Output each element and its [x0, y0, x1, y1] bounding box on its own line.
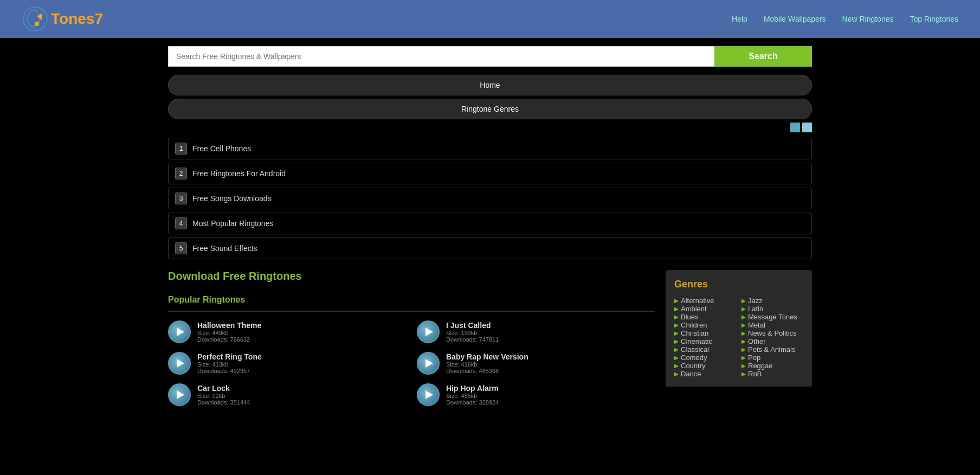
slider-next-button[interactable] — [802, 123, 812, 132]
main-content: Download Free Ringtones Popular Ringtone… — [0, 270, 980, 406]
ringtone-downloads-3: Downloads: 485368 — [446, 368, 528, 374]
popular-title: Popular Ringtones — [168, 295, 655, 305]
genre-latin[interactable]: ▶Latin — [742, 305, 803, 313]
list-num-1: 1 — [175, 143, 187, 155]
ringtone-downloads-1: Downloads: 747811 — [446, 336, 499, 343]
genres-left-col: ▶Alternative ▶Ambient ▶Blues ▶Children ▶… — [674, 297, 736, 378]
genre-country[interactable]: ▶Country — [674, 362, 736, 370]
genre-christian[interactable]: ▶Christian — [674, 329, 736, 337]
nav-new-ringtones[interactable]: New Ringtones — [842, 15, 894, 23]
list-label-4: Most Popular Ringtones — [192, 219, 273, 228]
play-button-0[interactable] — [168, 320, 191, 343]
genre-children[interactable]: ▶Children — [674, 321, 736, 329]
genre-metal[interactable]: ▶Metal — [742, 321, 803, 329]
genre-arrow: ▶ — [742, 298, 746, 304]
genre-arrow: ▶ — [742, 306, 746, 312]
ringtone-info-4: Car Lock Size: 12kb Downloads: 351444 — [197, 384, 250, 406]
genre-cinematic[interactable]: ▶Cinematic — [674, 337, 736, 345]
genre-news-politics[interactable]: ▶News & Politics — [742, 329, 803, 337]
play-button-3[interactable] — [417, 352, 440, 375]
ringtone-downloads-2: Downloads: 492957 — [197, 368, 262, 374]
svg-point-1 — [35, 22, 39, 26]
genre-arrow: ▶ — [674, 298, 679, 304]
genre-ambient[interactable]: ▶Ambient — [674, 305, 736, 313]
genre-arrow: ▶ — [674, 355, 679, 361]
play-button-4[interactable] — [168, 383, 191, 406]
play-icon-2 — [177, 359, 184, 368]
list-item[interactable]: 1 Free Cell Phones — [168, 138, 812, 159]
ringtone-name-5: Hip Hop Alarm — [446, 384, 499, 393]
play-button-2[interactable] — [168, 352, 191, 375]
ringtone-genres-button[interactable]: Ringtone Genres — [168, 99, 812, 119]
list-item[interactable]: 3 Free Songs Downloads — [168, 188, 812, 209]
list-item[interactable]: 4 Most Popular Ringtones — [168, 213, 812, 234]
list-num-3: 3 — [175, 192, 187, 204]
genres-right-col: ▶Jazz ▶Latin ▶Message Tones ▶Metal ▶News… — [742, 297, 803, 378]
genre-pop[interactable]: ▶Pop — [742, 354, 803, 362]
genre-dance[interactable]: ▶Dance — [674, 370, 736, 378]
genres-box: Genres ▶Alternative ▶Ambient ▶Blues ▶Chi… — [666, 270, 812, 387]
ringtone-grid: Halloween Theme Size: 449kb Downloads: 7… — [168, 320, 655, 406]
play-button-1[interactable] — [417, 320, 440, 343]
genre-classical[interactable]: ▶Classical — [674, 345, 736, 354]
genre-arrow: ▶ — [742, 355, 746, 361]
nav-links: Help Mobile Wallpapers New Ringtones Top… — [732, 15, 958, 23]
sidebar: Genres ▶Alternative ▶Ambient ▶Blues ▶Chi… — [666, 270, 812, 406]
ringtone-name-4: Car Lock — [197, 384, 250, 393]
nav-mobile-wallpapers[interactable]: Mobile Wallpapers — [764, 15, 826, 23]
ringtone-size-3: Size: 416kb — [446, 361, 528, 368]
genre-arrow: ▶ — [674, 314, 679, 320]
list-label-1: Free Cell Phones — [192, 144, 251, 153]
genre-comedy[interactable]: ▶Comedy — [674, 354, 736, 362]
genre-reggae[interactable]: ▶Reggae — [742, 362, 803, 370]
ringtone-size-2: Size: 413kb — [197, 361, 262, 368]
list-section: 1 Free Cell Phones 2 Free Ringtones For … — [0, 138, 980, 259]
ringtone-item-3: Baby Rap New Version Size: 416kb Downloa… — [417, 352, 655, 375]
ringtone-info-2: Perfect Ring Tone Size: 413kb Downloads:… — [197, 352, 262, 374]
nav-buttons: Home Ringtone Genres — [0, 75, 980, 119]
genre-jazz[interactable]: ▶Jazz — [742, 297, 803, 305]
genre-message-tones[interactable]: ▶Message Tones — [742, 313, 803, 321]
search-button[interactable]: Search — [714, 46, 812, 67]
list-num-5: 5 — [175, 242, 187, 254]
genre-arrow: ▶ — [742, 322, 746, 328]
ringtone-size-0: Size: 449kb — [197, 330, 261, 336]
genre-arrow: ▶ — [674, 346, 679, 352]
genre-arrow: ▶ — [742, 314, 746, 320]
genre-alternative[interactable]: ▶Alternative — [674, 297, 736, 305]
genre-other[interactable]: ▶Other — [742, 337, 803, 345]
logo-text: Tones7 — [51, 10, 103, 28]
genre-arrow: ▶ — [674, 330, 679, 336]
slider-controls — [0, 123, 980, 132]
nav-top-ringtones[interactable]: Top Ringtones — [910, 15, 958, 23]
ringtone-item-1: I Just Called Size: 199kb Downloads: 747… — [417, 320, 655, 343]
genres-columns: ▶Alternative ▶Ambient ▶Blues ▶Children ▶… — [674, 297, 803, 378]
search-area: Search — [0, 38, 980, 75]
genre-blues[interactable]: ▶Blues — [674, 313, 736, 321]
nav-help[interactable]: Help — [732, 15, 747, 23]
list-item[interactable]: 5 Free Sound Effects — [168, 238, 812, 259]
ringtone-name-0: Halloween Theme — [197, 321, 261, 330]
divider-1 — [168, 286, 655, 286]
ringtone-info-5: Hip Hop Alarm Size: 455kb Downloads: 328… — [446, 384, 499, 406]
ringtone-size-1: Size: 199kb — [446, 330, 499, 336]
play-icon-4 — [177, 390, 184, 399]
genre-arrow: ▶ — [742, 338, 746, 344]
ringtone-info-3: Baby Rap New Version Size: 416kb Downloa… — [446, 352, 528, 374]
list-num-2: 2 — [175, 168, 187, 179]
search-input[interactable] — [168, 46, 714, 67]
genre-arrow: ▶ — [674, 338, 679, 344]
slider-prev-button[interactable] — [790, 123, 800, 132]
list-label-5: Free Sound Effects — [192, 244, 257, 253]
play-icon-0 — [177, 328, 184, 336]
ringtone-size-4: Size: 12kb — [197, 393, 250, 399]
ringtone-item-2: Perfect Ring Tone Size: 413kb Downloads:… — [168, 352, 406, 375]
list-item[interactable]: 2 Free Ringtones For Android — [168, 163, 812, 184]
home-button[interactable]: Home — [168, 75, 812, 95]
genre-pets-animals[interactable]: ▶Pets & Animals — [742, 345, 803, 354]
genre-arrow: ▶ — [674, 363, 679, 369]
ringtone-info-0: Halloween Theme Size: 449kb Downloads: 7… — [197, 321, 261, 343]
play-icon-5 — [425, 390, 433, 399]
play-button-5[interactable] — [417, 383, 440, 406]
genre-rnb[interactable]: ▶RnB — [742, 370, 803, 378]
